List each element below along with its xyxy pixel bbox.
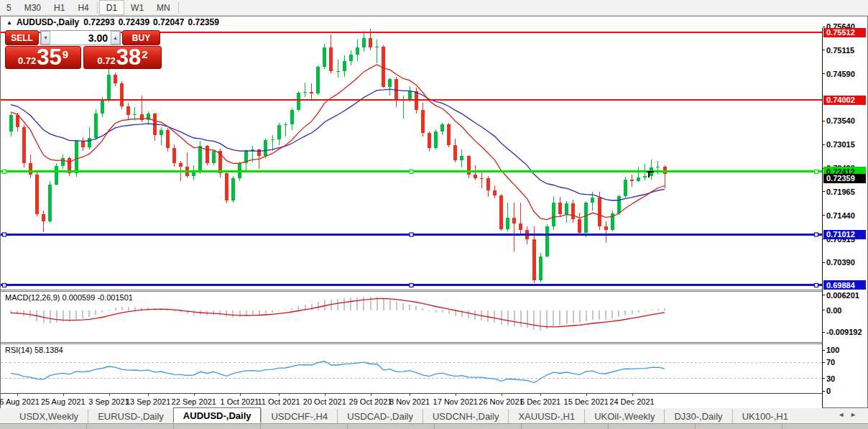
chart-symbol-title: AUDUSD-,Daily (17, 17, 79, 27)
level-price-badge: 0.75512 (823, 28, 866, 37)
axis-tick (823, 73, 825, 74)
price-axis[interactable]: 0.756400.751150.745900.735400.730150.724… (822, 28, 867, 407)
chart-window: ▲ AUDUSD-,Daily 0.72293 0.72439 0.72047 … (0, 16, 868, 408)
date-label: 15 Dec 2021 (564, 397, 609, 406)
axis-tick (823, 215, 825, 216)
axis-tick (823, 262, 825, 263)
chart-tab-audusd-daily[interactable]: AUDUSD-,Daily (173, 407, 262, 423)
date-label: 20 Oct 2021 (303, 397, 346, 406)
date-label: 16 Aug 2021 (0, 397, 40, 406)
chart-tab-ukoil-weekly[interactable]: UKOil-,Weekly (584, 409, 664, 423)
buy-price-point: 2 (142, 48, 147, 60)
axis-tick (823, 362, 825, 363)
tab-scroll-left-icon[interactable]: ◄ (838, 411, 850, 418)
macd-label: MACD(12,26,9) 0.000599 -0.001501 (5, 293, 133, 302)
timeframe-button-w1[interactable]: W1 (124, 0, 150, 15)
collapse-arrow-icon[interactable]: ▲ (6, 19, 12, 26)
date-tick (502, 394, 502, 396)
timeframe-button-d1[interactable]: D1 (99, 0, 124, 15)
date-label: 29 Oct 2021 (349, 397, 392, 406)
bottom-strip (0, 424, 868, 429)
date-label: 3 Sep 2021 (88, 397, 129, 406)
timeframe-button-5[interactable]: 5 (0, 0, 18, 15)
level-price-badge: 0.71012 (823, 230, 866, 239)
date-tick (632, 394, 633, 396)
date-label: 17 Nov 2021 (433, 397, 478, 406)
date-label: 1 Oct 2021 (221, 397, 259, 406)
axis-tick (823, 391, 825, 392)
ohlc-high: 0.72439 (119, 17, 149, 27)
sell-price-base: 0.72 (18, 55, 36, 66)
chart-tab-xauusd-h1[interactable]: XAUUSD-,H1 (508, 409, 584, 423)
price-tick-label: 0.73015 (826, 140, 855, 149)
timeframe-button-h1[interactable]: H1 (47, 0, 71, 15)
price-chart-panel[interactable]: SELL ▼ ▲ BUY 0.72 35 (1, 28, 822, 290)
date-label: 6 Dec 2021 (520, 397, 560, 406)
price-tick-label: 0.71965 (826, 188, 855, 196)
date-label: 8 Nov 2021 (389, 397, 430, 406)
chart-tab-usdx-weekly[interactable]: USDX,Weekly (10, 409, 88, 423)
date-tick (371, 394, 371, 396)
chart-tab-usdcad-daily[interactable]: USDCAD-,Daily (337, 409, 423, 423)
tab-scroll-right-icon[interactable]: ► (850, 411, 862, 418)
date-tick (325, 394, 326, 396)
date-label: 13 Sep 2021 (126, 397, 170, 406)
rsi-axis-label: 70 (826, 358, 835, 366)
price-tick-label: 0.74590 (826, 70, 855, 78)
ohlc-open: 0.72293 (83, 17, 114, 27)
date-label: 22 Sep 2021 (172, 397, 216, 406)
toolbar-separator (97, 1, 98, 14)
volume-decrease-button[interactable]: ▼ (41, 31, 50, 45)
macd-axis-label: 0.00 (826, 306, 841, 315)
rsi-indicator-panel[interactable]: RSI(14) 58.1384 (1, 344, 822, 393)
chart-tab-usdchf-h4[interactable]: USDCHF-,H4 (261, 409, 337, 423)
buy-price-base: 0.72 (97, 55, 115, 66)
buy-price-pips: 38 (116, 47, 141, 68)
chart-titlebar[interactable]: ▲ AUDUSD-,Daily 0.72293 0.72439 0.72047 … (1, 17, 867, 28)
macd-indicator-panel[interactable]: MACD(12,26,9) 0.000599 -0.001501 (1, 292, 822, 342)
axis-tick (823, 378, 825, 379)
volume-input[interactable] (50, 31, 111, 45)
chart-tab-uk100-h1[interactable]: UK100-,H1 (732, 409, 798, 423)
axis-tick (823, 332, 825, 333)
date-axis[interactable]: 16 Aug 202125 Aug 20213 Sep 202113 Sep 2… (1, 393, 822, 409)
chart-tab-usdcnh-daily[interactable]: USDCNH-,Daily (423, 409, 508, 423)
axis-tick (823, 310, 825, 310)
macd-axis-label: -0.009192 (826, 328, 862, 336)
chart-tab-dj30-daily[interactable]: DJ30-,Daily (664, 409, 731, 423)
toolbar-separator (178, 1, 179, 14)
timeframe-button-h4[interactable]: H4 (71, 0, 95, 15)
timeframe-button-m30[interactable]: M30 (18, 0, 47, 15)
axis-tick (823, 350, 825, 351)
rsi-chart (1, 344, 822, 393)
sell-button[interactable]: SELL (5, 30, 39, 45)
axis-tick (823, 191, 825, 192)
rsi-label: RSI(14) 58.1384 (5, 346, 63, 354)
date-tick (410, 394, 410, 396)
buy-price-display[interactable]: 0.72 38 2 (83, 46, 162, 69)
axis-tick (823, 295, 825, 295)
buy-button[interactable]: BUY (122, 30, 160, 45)
date-tick (279, 394, 280, 396)
axis-tick (823, 121, 825, 121)
volume-increase-button[interactable]: ▲ (111, 31, 120, 45)
level-price-badge: 0.74002 (823, 96, 866, 105)
level-price-badge: 0.69884 (823, 280, 866, 290)
sell-price-display[interactable]: 0.72 35 9 (5, 46, 81, 69)
sell-price-point: 9 (63, 48, 68, 60)
rsi-axis-label: 30 (826, 374, 835, 383)
one-click-trade-panel: SELL ▼ ▲ BUY 0.72 35 (5, 30, 162, 69)
date-tick (17, 394, 18, 396)
price-tick-label: 0.71440 (826, 211, 855, 220)
price-tick-label: 0.70390 (826, 258, 855, 267)
trading-terminal: 5M30H1H4D1W1MN ▲ AUDUSD-,Daily 0.72293 0… (0, 0, 868, 429)
chart-tab-eurusd-daily[interactable]: EURUSD-,Daily (88, 409, 173, 423)
ohlc-low: 0.72047 (153, 17, 184, 27)
timeframe-toolbar: 5M30H1H4D1W1MN (0, 0, 868, 16)
sell-price-pips: 35 (37, 47, 61, 68)
price-tick-label: 0.75115 (826, 46, 854, 55)
timeframe-button-mn[interactable]: MN (150, 0, 177, 15)
date-tick (540, 394, 541, 396)
date-tick (194, 394, 195, 396)
date-label: 26 Nov 2021 (479, 397, 523, 406)
